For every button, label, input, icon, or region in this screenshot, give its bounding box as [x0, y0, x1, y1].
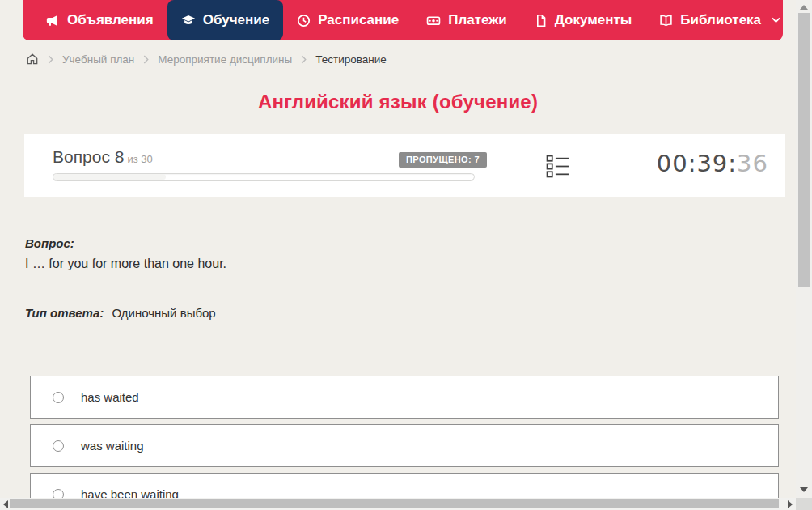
horizontal-scrollbar[interactable] [0, 498, 796, 510]
radio-button[interactable] [53, 392, 64, 403]
nav-item-label: Обучение [203, 12, 269, 28]
nav-item-learning[interactable]: Обучение [167, 0, 283, 40]
chevron-down-icon [772, 17, 780, 23]
breadcrumb: Учебный план Мероприятие дисциплины Тест… [26, 49, 387, 69]
chevron-right-icon [301, 55, 307, 64]
answer-options: has waited was waiting have been waiting [30, 376, 779, 510]
nav-item-label: Документы [555, 12, 632, 28]
progress-bar-fill [53, 174, 166, 180]
breadcrumb-item-discipline-event[interactable]: Мероприятие дисциплины [158, 53, 292, 66]
nav-item-label: Платежи [448, 12, 507, 28]
radio-button[interactable] [53, 440, 64, 452]
clock-icon [297, 14, 311, 28]
nav-item-documents[interactable]: Документы [521, 0, 646, 40]
answer-option-label: has waited [81, 390, 139, 404]
nav-item-label: Объявления [67, 12, 154, 28]
nav-item-label: Расписание [318, 12, 399, 28]
answer-type-value: Одиночный выбор [112, 306, 215, 320]
home-icon[interactable] [26, 53, 39, 66]
horizontal-scrollbar-thumb[interactable] [10, 499, 779, 508]
breadcrumb-item-curriculum[interactable]: Учебный план [62, 53, 134, 66]
question-number: Вопрос 8из 30 [53, 147, 153, 167]
timer-hhmm: 00:39: [657, 150, 737, 177]
scroll-up-arrow-icon[interactable] [800, 5, 808, 10]
nav-item-announcements[interactable]: Объявления [32, 0, 167, 40]
question-label: Вопрос: [25, 236, 74, 250]
document-icon [535, 14, 548, 28]
question-number-label: Вопрос 8 [53, 147, 124, 166]
answer-option-label: was waiting [81, 439, 144, 453]
question-header-card: Вопрос 8из 30 ПРОПУЩЕНО: 7 00:39:36 [24, 134, 785, 197]
banknote-icon [426, 14, 441, 28]
nav-item-library[interactable]: Библиотека [645, 0, 794, 40]
scrollbar-corner [796, 498, 812, 510]
breadcrumb-item-testing: Тестирование [315, 53, 387, 66]
timer-seconds: 36 [737, 150, 768, 177]
skipped-badge: ПРОПУЩЕНО: 7 [399, 152, 487, 168]
answer-type-row: Тип ответа: Одиночный выбор [25, 306, 216, 320]
vertical-scrollbar[interactable] [796, 0, 812, 498]
progress-bar [53, 173, 475, 181]
nav-item-schedule[interactable]: Расписание [283, 0, 412, 40]
nav-item-label: Библиотека [680, 12, 761, 28]
vertical-scrollbar-thumb[interactable] [798, 13, 810, 287]
question-list-icon[interactable] [546, 155, 569, 181]
page-title: Английский язык (обучение) [0, 91, 796, 113]
chevron-right-icon [48, 55, 53, 64]
chevron-right-icon [143, 55, 149, 64]
answer-option-2[interactable]: was waiting [30, 424, 779, 467]
top-navigation: Объявления Обучение Расписание Платежи Д… [23, 0, 783, 40]
scroll-down-arrow-icon[interactable] [800, 487, 808, 492]
scroll-left-arrow-icon[interactable] [3, 500, 8, 508]
megaphone-icon [46, 14, 60, 28]
open-book-icon [659, 14, 673, 28]
graduation-cap-icon [181, 14, 196, 28]
answer-type-label: Тип ответа: [25, 306, 104, 320]
nav-item-payments[interactable]: Платежи [412, 0, 521, 40]
timer: 00:39:36 [657, 150, 768, 177]
scroll-right-arrow-icon[interactable] [788, 500, 793, 508]
question-total-label: из 30 [127, 153, 152, 165]
question-text: I … for you for more than one hour. [25, 257, 226, 271]
answer-option-1[interactable]: has waited [30, 376, 779, 419]
